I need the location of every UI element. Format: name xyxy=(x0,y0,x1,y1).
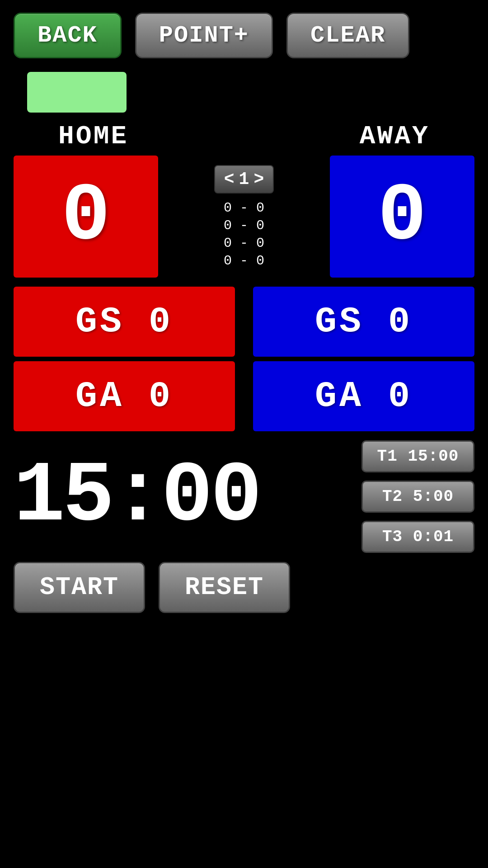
ga-row: GA 0 GA 0 xyxy=(0,361,488,431)
away-score: 0 xyxy=(378,170,427,263)
center-panel: < 1 > 0 - 0 0 - 0 0 - 0 0 - 0 xyxy=(167,165,321,269)
away-score-box[interactable]: 0 xyxy=(330,156,474,278)
bottom-controls: START RESET xyxy=(0,553,488,618)
score-history: 0 - 0 0 - 0 0 - 0 0 - 0 xyxy=(224,200,264,269)
team-labels: HOME AWAY xyxy=(0,122,488,151)
away-ga-text: GA 0 xyxy=(315,376,413,417)
clear-button[interactable]: CLEAR xyxy=(286,13,409,58)
period-next[interactable]: > xyxy=(253,170,264,189)
home-score: 0 xyxy=(61,170,110,263)
home-gs-box[interactable]: GS 0 xyxy=(14,287,235,357)
point-plus-button[interactable]: POINT+ xyxy=(135,13,273,58)
history-row-1: 0 - 0 xyxy=(224,200,264,216)
history-row-3: 0 - 0 xyxy=(224,236,264,251)
t1-button[interactable]: T1 15:00 xyxy=(361,440,474,472)
color-indicator xyxy=(27,72,127,113)
timer-row: 15:00 T1 15:00 T2 5:00 T3 0:01 xyxy=(0,436,488,553)
away-gs-box[interactable]: GS 0 xyxy=(253,287,474,357)
period-value: 1 xyxy=(239,170,249,189)
t2-button[interactable]: T2 5:00 xyxy=(361,481,474,513)
gs-row: GS 0 GS 0 xyxy=(0,287,488,357)
timer-buttons: T1 15:00 T2 5:00 T3 0:01 xyxy=(361,440,474,553)
period-prev[interactable]: < xyxy=(224,170,235,189)
home-ga-text: GA 0 xyxy=(75,376,173,417)
history-row-2: 0 - 0 xyxy=(224,218,264,233)
back-button[interactable]: BACK xyxy=(14,13,122,58)
home-gs-text: GS 0 xyxy=(75,301,173,342)
timer-display: 15:00 xyxy=(14,454,260,540)
away-ga-box[interactable]: GA 0 xyxy=(253,361,474,431)
history-row-4: 0 - 0 xyxy=(224,253,264,269)
home-ga-box[interactable]: GA 0 xyxy=(14,361,235,431)
home-score-box[interactable]: 0 xyxy=(14,156,158,278)
start-button[interactable]: START xyxy=(14,562,145,613)
reset-button[interactable]: RESET xyxy=(159,562,290,613)
away-label: AWAY xyxy=(322,122,467,151)
t3-button[interactable]: T3 0:01 xyxy=(361,521,474,553)
period-selector[interactable]: < 1 > xyxy=(214,165,274,193)
home-label: HOME xyxy=(21,122,166,151)
away-gs-text: GS 0 xyxy=(315,301,413,342)
top-bar: BACK POINT+ CLEAR xyxy=(0,0,488,67)
score-row: 0 < 1 > 0 - 0 0 - 0 0 - 0 0 - 0 0 xyxy=(0,156,488,278)
